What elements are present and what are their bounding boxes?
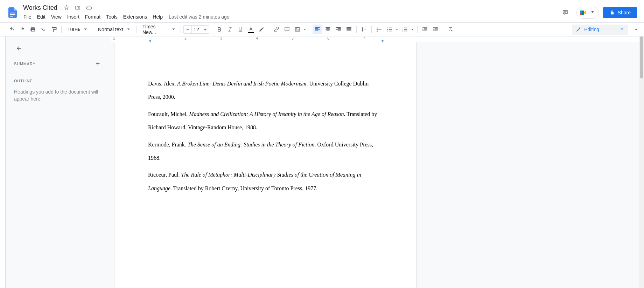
menu-format[interactable]: Format <box>83 13 103 21</box>
chevron-down-icon <box>170 26 177 33</box>
align-justify-button[interactable] <box>344 25 354 34</box>
lock-icon <box>609 10 615 15</box>
redo-button[interactable] <box>18 25 27 34</box>
citation-entry: Foucault, Michel. Madness and Civilizati… <box>148 108 383 135</box>
close-outline-button[interactable] <box>14 43 24 53</box>
print-button[interactable] <box>28 25 38 34</box>
svg-point-12 <box>387 30 388 31</box>
menu-file[interactable]: File <box>21 13 34 21</box>
font-family-dropdown[interactable]: Times New... <box>139 25 178 34</box>
editing-mode-label: Editing <box>584 27 599 32</box>
font-family-value: Times New... <box>142 24 168 35</box>
cloud-status-icon[interactable] <box>85 4 93 12</box>
separator <box>92 26 92 33</box>
svg-point-9 <box>296 28 297 29</box>
zoom-dropdown[interactable]: 100% <box>64 25 89 34</box>
menu-tools[interactable]: Tools <box>104 13 120 21</box>
horizontal-ruler[interactable]: 1 ▼ 2 3 4 5 6 7 ▼ <box>111 36 644 42</box>
svg-rect-1 <box>10 14 15 15</box>
checklist-button[interactable] <box>374 25 384 34</box>
citation-entry: Kermode, Frank. The Sense of an Ending: … <box>148 138 383 165</box>
numbered-list-button[interactable]: 123 <box>400 25 415 34</box>
font-size-value[interactable]: 12 <box>191 26 201 33</box>
star-icon[interactable] <box>62 4 71 12</box>
citation-entry: Ricoeur, Paul. The Rule of Metaphor: Mul… <box>148 168 383 195</box>
chevron-down-icon[interactable] <box>302 25 307 34</box>
last-edit-link[interactable]: Last edit was 2 minutes ago <box>166 13 232 21</box>
toolbar: 100% Normal text Times New... − 12 + 123… <box>0 22 644 36</box>
chevron-down-icon[interactable] <box>410 25 415 34</box>
vertical-ruler[interactable] <box>0 36 6 288</box>
italic-button[interactable] <box>225 25 235 34</box>
share-button-label: Share <box>618 10 631 15</box>
open-comments-icon[interactable] <box>558 6 572 20</box>
editing-mode-dropdown[interactable]: Editing <box>572 25 628 35</box>
menu-edit[interactable]: Edit <box>35 13 48 21</box>
increase-indent-button[interactable] <box>430 25 440 34</box>
svg-text:3: 3 <box>402 30 404 32</box>
undo-button[interactable] <box>7 25 17 34</box>
decrease-indent-button[interactable] <box>420 25 430 34</box>
ruler-mark: 6 <box>327 36 329 40</box>
insert-image-button[interactable] <box>293 25 307 34</box>
chevron-down-icon <box>589 9 596 16</box>
share-button[interactable]: Share <box>603 7 637 18</box>
add-summary-button[interactable]: + <box>94 60 102 68</box>
divider <box>14 73 102 73</box>
bulleted-list-button[interactable] <box>385 25 399 34</box>
font-size-decrease[interactable]: − <box>184 26 191 33</box>
menu-help[interactable]: Help <box>150 13 165 21</box>
font-size-control: − 12 + <box>183 25 209 34</box>
docs-home-icon[interactable] <box>6 6 20 20</box>
clear-formatting-button[interactable] <box>446 25 455 34</box>
align-center-button[interactable] <box>323 25 333 34</box>
document-title[interactable]: Works Cited <box>21 4 59 12</box>
menu-insert[interactable]: Insert <box>65 13 82 21</box>
line-spacing-button[interactable] <box>359 25 369 34</box>
scrollbar-thumb[interactable] <box>640 36 643 78</box>
ruler-mark: 3 <box>220 36 222 40</box>
document-canvas: 1 ▼ 2 3 4 5 6 7 ▼ Davis, Alex. A Broken … <box>111 36 644 288</box>
separator <box>443 26 443 33</box>
workspace: SUMMARY + OUTLINE Headings you add to th… <box>0 36 644 288</box>
paragraph-style-value: Normal text <box>98 27 123 32</box>
ruler-mark: 7 <box>363 36 365 40</box>
paint-format-button[interactable] <box>49 25 59 34</box>
meet-icon <box>579 8 587 17</box>
svg-rect-7 <box>580 13 582 15</box>
spellcheck-button[interactable] <box>38 25 48 34</box>
menu-extensions[interactable]: Extensions <box>121 13 149 21</box>
separator <box>136 26 136 33</box>
title-bar: Works Cited File Edit View Insert Format… <box>0 0 644 22</box>
highlight-color-button[interactable] <box>257 25 266 34</box>
chevron-down-icon[interactable] <box>394 25 399 34</box>
document-page[interactable]: Davis, Alex. A Broken Line: Denis Devlin… <box>114 42 416 288</box>
bold-button[interactable] <box>215 25 224 34</box>
move-icon[interactable] <box>74 4 82 12</box>
underline-button[interactable] <box>236 25 245 34</box>
chevron-down-icon <box>125 26 132 33</box>
text-color-button[interactable] <box>246 25 256 34</box>
insert-link-button[interactable] <box>272 25 281 34</box>
first-line-indent-marker[interactable]: ▼ <box>148 39 152 43</box>
font-size-increase[interactable]: + <box>201 26 209 33</box>
meet-join-button[interactable] <box>576 7 599 19</box>
add-comment-button[interactable] <box>282 25 292 34</box>
paragraph-style-dropdown[interactable]: Normal text <box>94 25 134 34</box>
align-left-button[interactable] <box>313 25 322 34</box>
svg-rect-0 <box>10 13 15 13</box>
right-indent-marker[interactable]: ▼ <box>381 39 384 43</box>
separator <box>212 26 212 33</box>
separator <box>310 26 310 33</box>
svg-rect-2 <box>10 16 13 16</box>
outline-placeholder-text: Headings you add to the document will ap… <box>14 89 102 102</box>
vertical-scrollbar[interactable] <box>639 36 644 288</box>
ruler-mark: 1 <box>113 36 115 40</box>
citation-entry: Davis, Alex. A Broken Line: Denis Devlin… <box>148 77 383 104</box>
align-right-button[interactable] <box>334 25 343 34</box>
chevron-down-icon <box>619 26 625 33</box>
hide-menus-button[interactable] <box>631 25 641 34</box>
ruler-mark: 5 <box>292 36 294 40</box>
menu-view[interactable]: View <box>49 13 64 21</box>
zoom-value: 100% <box>68 27 80 32</box>
